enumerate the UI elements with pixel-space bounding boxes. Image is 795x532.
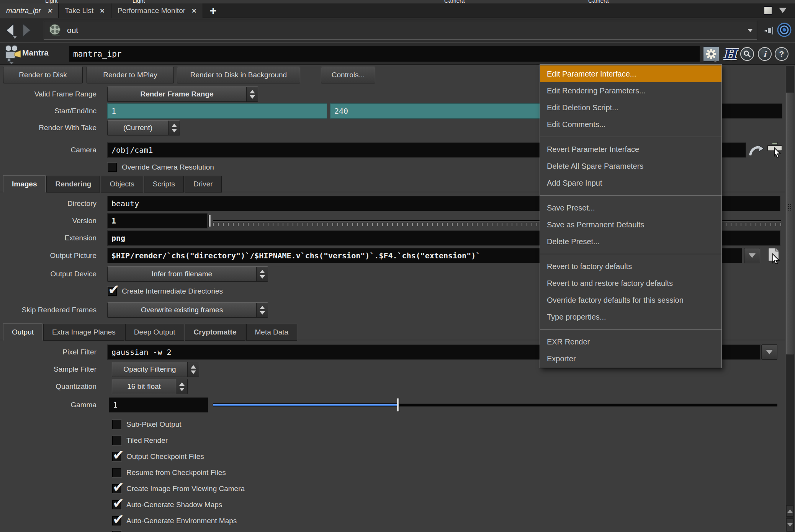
- jump-to-node-icon[interactable]: [748, 143, 764, 158]
- menu-item-exr-render[interactable]: EXR Render: [540, 333, 721, 350]
- menu-item-save-as-permanent-defaults[interactable]: Save as Permanent Defaults: [540, 216, 721, 233]
- new-tab-button[interactable]: +: [203, 3, 223, 18]
- create-image-from-viewing-camera-checkbox[interactable]: ✔: [112, 484, 122, 494]
- choose-file-icon[interactable]: [765, 246, 783, 264]
- menu-item-revert-parameter-interface[interactable]: Revert Parameter Interface: [540, 141, 721, 158]
- checkbox-label: Resume from Checkpoint Files: [126, 467, 226, 478]
- tab-meta-data[interactable]: Meta Data: [246, 324, 298, 341]
- pane-tab-performance-monitor[interactable]: Performance Monitor ✕: [111, 3, 203, 18]
- select-node-icon[interactable]: [766, 141, 784, 158]
- output-checkpoint-files-checkbox[interactable]: ✔: [112, 452, 122, 462]
- pane-tab-take-list[interactable]: Take List ✕: [59, 3, 111, 18]
- houdini-parameters-pane: Light Light Camera Camera mantra_ipr ✕ T…: [0, 0, 795, 532]
- frame-start-field[interactable]: 1: [107, 103, 327, 119]
- sample-filter-dropdown[interactable]: Opacity Filtering: [112, 362, 199, 377]
- gear-context-menu: Edit Parameter Interface... Edit Renderi…: [540, 64, 722, 368]
- close-icon[interactable]: ✕: [100, 7, 105, 15]
- pane-menu-chevron-icon[interactable]: [779, 8, 787, 13]
- version-slider-handle[interactable]: [208, 215, 211, 227]
- spinner-arrows-icon[interactable]: [176, 379, 187, 394]
- dropdown-value: Overwrite existing frames: [108, 303, 256, 317]
- tab-rendering[interactable]: Rendering: [46, 176, 100, 193]
- render-with-take-dropdown[interactable]: (Current): [107, 120, 180, 135]
- maximize-pane-icon[interactable]: [764, 6, 772, 15]
- clipped-node-label: Light: [132, 0, 145, 3]
- quantization-dropdown[interactable]: 16 bit float: [112, 379, 188, 394]
- pane-tab-mantra-ipr[interactable]: mantra_ipr ✕: [0, 3, 59, 18]
- back-arrow-icon[interactable]: [3, 22, 18, 40]
- tab-objects[interactable]: Objects: [101, 176, 143, 193]
- tab-driver[interactable]: Driver: [185, 176, 222, 193]
- skip-rendered-frames-dropdown[interactable]: Overwrite existing frames: [107, 302, 268, 318]
- help-button[interactable]: ?: [774, 46, 789, 62]
- node-name-field[interactable]: mantra_ipr: [69, 46, 700, 62]
- frame-end-field[interactable]: 240: [330, 103, 552, 119]
- auto-generate-shadow-maps-checkbox[interactable]: ✔: [112, 500, 122, 510]
- scroll-up-button[interactable]: [786, 505, 793, 517]
- forward-arrow-icon[interactable]: [18, 22, 34, 40]
- spinner-arrows-icon[interactable]: [256, 303, 268, 317]
- menu-item-add-spare-input[interactable]: Add Spare Input: [540, 175, 721, 191]
- menu-item-save-preset[interactable]: Save Preset...: [540, 199, 721, 216]
- follow-selection-icon[interactable]: [777, 22, 792, 38]
- render-to-mplay-button[interactable]: Render to MPlay: [87, 67, 174, 83]
- path-navigation-bar: out: [0, 18, 795, 42]
- gamma-field[interactable]: 1: [109, 397, 208, 413]
- pixel-filter-dropdown-button[interactable]: [761, 344, 777, 360]
- version-field[interactable]: 1: [107, 213, 208, 228]
- gamma-slider-handle[interactable]: [397, 398, 399, 412]
- menu-item-revert-to-and-restore-factory-defaults[interactable]: Revert to and restore factory defaults: [540, 275, 721, 292]
- node-header: Mantra mantra_ipr H i: [0, 43, 795, 65]
- menu-separator: [540, 329, 721, 330]
- clipped-checkbox[interactable]: [112, 530, 122, 532]
- render-to-disk-background-button[interactable]: Render to Disk in Background: [177, 67, 300, 83]
- menu-item-override-factory-defaults-for-this-session[interactable]: Override factory defaults for this sessi…: [540, 292, 721, 308]
- close-icon[interactable]: ✕: [191, 7, 196, 15]
- render-to-disk-button[interactable]: Render to Disk: [3, 67, 83, 83]
- sub-pixel-output-checkbox[interactable]: [112, 419, 122, 429]
- gear-menu-button[interactable]: [703, 46, 719, 62]
- path-history-dropdown[interactable]: [743, 21, 757, 40]
- param-label-valid-frame-range: Valid Frame Range: [0, 86, 97, 102]
- menu-item-edit-rendering-parameters[interactable]: Edit Rendering Parameters...: [540, 82, 721, 99]
- menu-item-type-properties[interactable]: Type properties...: [540, 308, 721, 325]
- scroll-down-button[interactable]: [786, 518, 793, 531]
- spinner-arrows-icon[interactable]: [187, 362, 199, 377]
- spinner-arrows-icon[interactable]: [168, 121, 180, 135]
- tab-images[interactable]: Images: [3, 175, 46, 193]
- menu-item-edit-comments[interactable]: Edit Comments...: [540, 116, 721, 133]
- menu-separator: [540, 195, 721, 196]
- create-intermediate-directories-checkbox[interactable]: ✔: [107, 286, 117, 296]
- tab-cryptomatte[interactable]: Cryptomatte: [185, 324, 245, 341]
- spinner-arrows-icon[interactable]: [246, 87, 258, 101]
- checkbox-label: Output Checkpoint Files: [126, 451, 204, 462]
- menu-item-edit-parameter-interface[interactable]: Edit Parameter Interface...: [540, 65, 721, 82]
- network-path-field[interactable]: out: [44, 21, 744, 40]
- menu-item-exporter[interactable]: Exporter: [540, 350, 721, 367]
- close-icon[interactable]: ✕: [47, 7, 52, 15]
- output-picture-dropdown-button[interactable]: [744, 248, 760, 263]
- valid-frame-range-dropdown[interactable]: Render Frame Range: [107, 86, 258, 102]
- override-camera-resolution-checkbox[interactable]: [107, 162, 117, 172]
- pin-icon[interactable]: [761, 23, 776, 38]
- resume-from-checkpoint-files-checkbox[interactable]: [112, 468, 122, 478]
- spinner-arrows-icon[interactable]: [256, 267, 268, 281]
- tiled-render-checkbox[interactable]: [112, 436, 122, 446]
- info-button[interactable]: i: [757, 46, 772, 62]
- output-device-dropdown[interactable]: Infer from filename: [107, 266, 268, 282]
- menu-item-delete-preset[interactable]: Delete Preset...: [540, 233, 721, 250]
- clipped-node-label: Light: [45, 0, 58, 3]
- controls-button[interactable]: Controls...: [321, 67, 375, 83]
- menu-item-edit-deletion-script[interactable]: Edit Deletion Script...: [540, 99, 721, 116]
- menu-item-revert-to-factory-defaults[interactable]: Revert to factory defaults: [540, 258, 721, 275]
- tab-output[interactable]: Output: [3, 323, 43, 341]
- menu-item-delete-all-spare-parameters[interactable]: Delete All Spare Parameters: [540, 158, 721, 175]
- tab-deep-output[interactable]: Deep Output: [125, 324, 184, 341]
- tab-extra-image-planes[interactable]: Extra Image Planes: [43, 324, 124, 341]
- houdini-logo: H: [723, 46, 736, 62]
- houdini-logo-button[interactable]: H: [721, 46, 738, 62]
- vertical-scrollbar-thumb[interactable]: [786, 93, 793, 354]
- auto-generate-environment-maps-checkbox[interactable]: ✔: [112, 516, 122, 526]
- tab-scripts[interactable]: Scripts: [144, 176, 184, 193]
- search-button[interactable]: [740, 46, 754, 62]
